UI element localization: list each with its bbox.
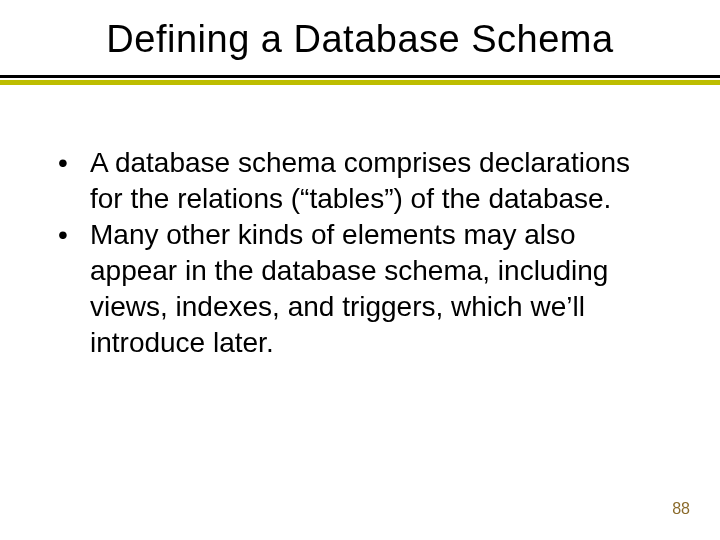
slide-title: Defining a Database Schema xyxy=(0,0,720,75)
divider-line-top xyxy=(0,75,720,78)
bullet-item: • Many other kinds of elements may also … xyxy=(56,217,664,361)
bullet-text: A database schema comprises declarations… xyxy=(90,145,664,217)
bullet-item: • A database schema comprises declaratio… xyxy=(56,145,664,217)
slide-body: • A database schema comprises declaratio… xyxy=(0,85,720,361)
bullet-marker-icon: • xyxy=(56,217,90,253)
bullet-text: Many other kinds of elements may also ap… xyxy=(90,217,664,361)
bullet-marker-icon: • xyxy=(56,145,90,181)
divider-line-bottom xyxy=(0,80,720,85)
page-number: 88 xyxy=(672,500,690,518)
title-divider xyxy=(0,75,720,85)
slide: Defining a Database Schema • A database … xyxy=(0,0,720,540)
